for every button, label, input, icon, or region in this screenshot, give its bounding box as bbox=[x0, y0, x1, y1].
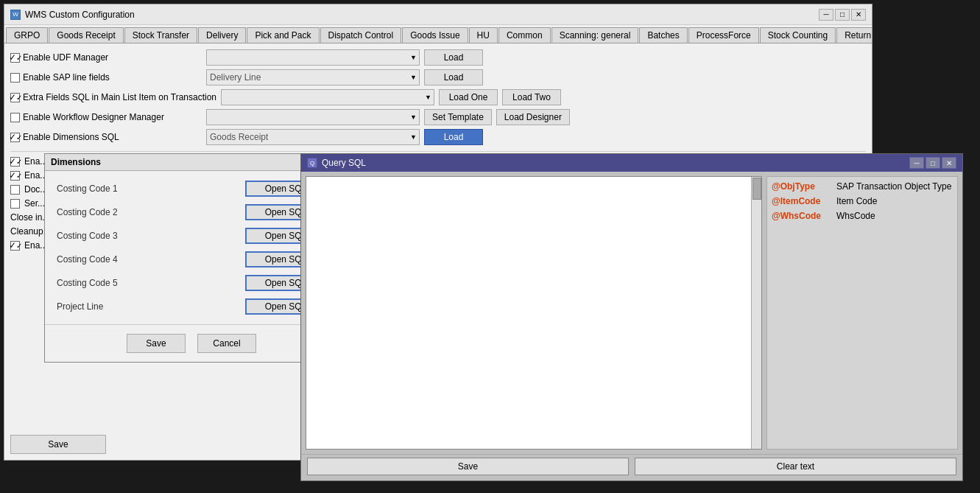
var-objtype-name: @ObjType bbox=[772, 181, 831, 192]
sap-line-fields-label[interactable]: Enable SAP line fields bbox=[10, 72, 202, 83]
tab-delivery[interactable]: Delivery bbox=[198, 27, 246, 43]
maximize-button[interactable]: □ bbox=[835, 9, 850, 21]
query-maximize-button[interactable]: □ bbox=[926, 157, 940, 169]
dim-row-1: Costing Code 1 Open SQL bbox=[45, 177, 338, 200]
sap-line-fields-load-button[interactable]: Load bbox=[424, 69, 483, 85]
row-udf-manager: ✓ Enable UDF Manager ▼ Load bbox=[10, 49, 866, 66]
dimensions-dialog: Dimensions Costing Code 1 Open SQL Costi… bbox=[44, 153, 339, 363]
row-workflow-designer: Enable Workflow Designer Manager ▼ Set T… bbox=[10, 109, 866, 125]
tab-stock-counting[interactable]: Stock Counting bbox=[760, 27, 836, 43]
udf-manager-load-button[interactable]: Load bbox=[424, 49, 483, 66]
enable1-checkbox[interactable]: ✓ bbox=[10, 157, 20, 167]
query-footer: Save Clear text bbox=[301, 454, 962, 478]
ser-text: Ser... bbox=[24, 198, 45, 209]
extra-fields-label[interactable]: ✓ Extra Fields SQL in Main List Item on … bbox=[10, 92, 216, 102]
row-extra-fields-sql: ✓ Extra Fields SQL in Main List Item on … bbox=[10, 89, 866, 105]
load-two-button[interactable]: Load Two bbox=[502, 89, 561, 105]
dimensions-sql-checkbox[interactable]: ✓ bbox=[10, 133, 20, 142]
udf-manager-select-wrap: ▼ bbox=[206, 49, 420, 66]
close-button[interactable]: ✕ bbox=[851, 9, 866, 21]
var-row-whscode: @WhsCode WhsCode bbox=[772, 211, 953, 221]
tab-batches[interactable]: Batches bbox=[639, 27, 687, 43]
dim-row-2: Costing Code 2 Open SQL bbox=[45, 200, 338, 224]
enable2-checkbox[interactable]: ✓ bbox=[10, 171, 20, 181]
window-title: WMS Custom Configuration bbox=[25, 10, 135, 20]
row-dimensions-sql: ✓ Enable Dimensions SQL Goods Receipt ▼ … bbox=[10, 129, 866, 145]
tab-goods-issue[interactable]: Goods Issue bbox=[402, 27, 468, 43]
dim-label-3: Costing Code 3 bbox=[57, 231, 130, 241]
var-whscode-value: WhsCode bbox=[836, 211, 875, 221]
query-close-button[interactable]: ✕ bbox=[942, 157, 956, 169]
dimensions-sql-select[interactable]: Goods Receipt bbox=[206, 129, 420, 145]
extra-fields-select[interactable] bbox=[221, 89, 434, 105]
dimensions-title: Dimensions bbox=[51, 157, 101, 167]
var-itemcode-name: @ItemCode bbox=[772, 196, 831, 206]
tab-bar: GRPO Goods Receipt Stock Transfer Delive… bbox=[4, 25, 872, 43]
window-controls: ─ □ ✕ bbox=[819, 9, 866, 21]
tab-scanning-general[interactable]: Scanning: general bbox=[551, 27, 639, 43]
doc-checkbox[interactable] bbox=[10, 185, 20, 195]
dimensions-load-button[interactable]: Load bbox=[424, 129, 483, 145]
dim-row-project: Project Line Open SQL bbox=[45, 295, 338, 318]
query-window-controls: ─ □ ✕ bbox=[909, 157, 956, 169]
var-row-itemcode: @ItemCode Item Code bbox=[772, 196, 953, 206]
workflow-designer-text: Enable Workflow Designer Manager bbox=[23, 112, 164, 122]
dim-cancel-button[interactable]: Cancel bbox=[197, 334, 256, 353]
tab-stock-transfer[interactable]: Stock Transfer bbox=[124, 27, 197, 43]
tab-goods-receipt[interactable]: Goods Receipt bbox=[49, 27, 123, 43]
query-minimize-button[interactable]: ─ bbox=[909, 157, 924, 169]
sql-textarea[interactable] bbox=[306, 177, 761, 449]
workflow-designer-label[interactable]: Enable Workflow Designer Manager bbox=[10, 112, 202, 122]
extra-fields-checkbox[interactable]: ✓ bbox=[10, 93, 20, 102]
sap-line-fields-text: Enable SAP line fields bbox=[23, 72, 110, 83]
dimensions-sql-select-wrap: Goods Receipt ▼ bbox=[206, 129, 420, 145]
dim-row-4: Costing Code 4 Open SQL bbox=[45, 248, 338, 271]
title-bar: W WMS Custom Configuration ─ □ ✕ bbox=[4, 4, 872, 25]
minimize-button[interactable]: ─ bbox=[819, 9, 833, 21]
tab-hu[interactable]: HU bbox=[469, 27, 498, 43]
workflow-designer-select[interactable] bbox=[206, 109, 420, 125]
var-objtype-value: SAP Transaction Object Type bbox=[836, 181, 951, 192]
sap-line-fields-select[interactable]: Delivery Line bbox=[206, 69, 420, 85]
query-dialog-title: Query SQL bbox=[322, 158, 366, 168]
var-row-objtype: @ObjType SAP Transaction Object Type bbox=[772, 181, 953, 192]
tab-processforce[interactable]: ProcessForce bbox=[688, 27, 759, 43]
query-title-left: Q Query SQL bbox=[307, 158, 366, 168]
dimensions-sql-label[interactable]: ✓ Enable Dimensions SQL bbox=[10, 132, 202, 142]
query-content: @ObjType SAP Transaction Object Type @It… bbox=[301, 172, 962, 454]
load-one-button[interactable]: Load One bbox=[439, 89, 498, 105]
tab-common[interactable]: Common bbox=[498, 27, 551, 43]
udf-manager-label[interactable]: ✓ Enable UDF Manager bbox=[10, 52, 202, 63]
sql-scrollbar-thumb bbox=[752, 178, 761, 200]
app-icon: W bbox=[10, 10, 21, 20]
extra-fields-select-wrap: ▼ bbox=[221, 89, 434, 105]
dim-label-5: Costing Code 5 bbox=[57, 278, 130, 288]
query-save-button[interactable]: Save bbox=[307, 458, 629, 475]
tab-return[interactable]: Return bbox=[836, 27, 872, 43]
query-clear-button[interactable]: Clear text bbox=[635, 458, 956, 475]
main-save-button[interactable]: Save bbox=[10, 435, 106, 454]
tab-grpo[interactable]: GRPO bbox=[6, 27, 48, 43]
tab-dispatch-control[interactable]: Dispatch Control bbox=[320, 27, 402, 43]
dim-save-button[interactable]: Save bbox=[127, 334, 186, 353]
query-title-bar: Q Query SQL ─ □ ✕ bbox=[301, 154, 962, 172]
extra-fields-text: Extra Fields SQL in Main List Item on Tr… bbox=[23, 92, 216, 102]
dim-row-3: Costing Code 3 Open SQL bbox=[45, 224, 338, 248]
sql-scrollbar[interactable] bbox=[751, 177, 761, 449]
workflow-designer-checkbox[interactable] bbox=[10, 113, 20, 122]
row-sap-line-fields: Enable SAP line fields Delivery Line ▼ L… bbox=[10, 69, 866, 85]
query-dialog-icon: Q bbox=[307, 158, 317, 168]
set-template-button[interactable]: Set Template bbox=[424, 109, 492, 125]
dim-label-2: Costing Code 2 bbox=[57, 207, 130, 217]
udf-manager-checkbox[interactable]: ✓ bbox=[10, 53, 20, 63]
dimensions-sql-text: Enable Dimensions SQL bbox=[23, 132, 119, 142]
sap-line-fields-checkbox[interactable] bbox=[10, 73, 20, 83]
ser-checkbox[interactable] bbox=[10, 199, 20, 209]
load-designer-button[interactable]: Load Designer bbox=[496, 109, 570, 125]
dim-label-1: Costing Code 1 bbox=[57, 183, 130, 194]
enable-bottom-checkbox[interactable]: ✓ bbox=[10, 241, 20, 251]
tab-pick-and-pack[interactable]: Pick and Pack bbox=[247, 27, 319, 43]
dim-label-project: Project Line bbox=[57, 301, 130, 312]
udf-manager-select[interactable] bbox=[206, 49, 420, 66]
dim-label-4: Costing Code 4 bbox=[57, 254, 130, 265]
